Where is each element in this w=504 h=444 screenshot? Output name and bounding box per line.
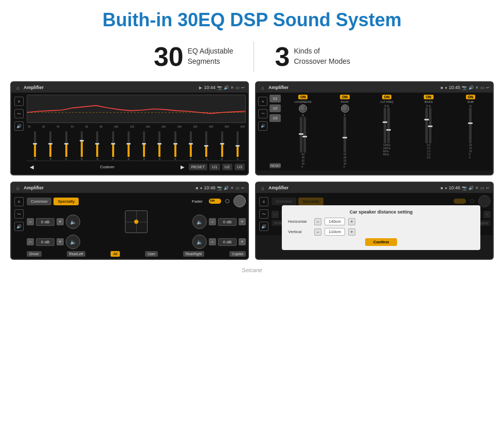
volume-icon: 🔊 bbox=[224, 85, 229, 90]
eq-sidebar-icon-2[interactable]: 〜 bbox=[14, 109, 24, 118]
fader-sidebar-icon-1[interactable]: ≡ bbox=[14, 197, 24, 206]
eq-slider-13[interactable]: 0 bbox=[214, 131, 229, 161]
tab-common[interactable]: Common bbox=[27, 198, 51, 205]
back-icon: ↩ bbox=[241, 85, 245, 90]
preset-u3-button[interactable]: U3 bbox=[269, 114, 281, 122]
cx-band-on-sub[interactable]: ON bbox=[466, 95, 476, 99]
speaker-br-minus-btn[interactable]: − bbox=[209, 238, 216, 245]
fader-toggle[interactable]: ON bbox=[209, 199, 221, 204]
speaker-crosshair[interactable] bbox=[125, 210, 148, 233]
eq-slider-14[interactable]: -1 bbox=[230, 131, 245, 161]
distance-content: Common Specialty − 0 dB + bbox=[272, 195, 491, 233]
preset-u2-button[interactable]: U2 bbox=[269, 104, 281, 112]
distance-sidebar-icon-3[interactable]: 🔊 bbox=[259, 222, 268, 231]
u2-button[interactable]: U2 bbox=[222, 164, 232, 170]
cx-band-on-phat[interactable]: ON bbox=[340, 95, 350, 99]
speaker-dot bbox=[134, 220, 138, 224]
eq-slider-2[interactable]: 0 bbox=[43, 131, 58, 161]
page-title: Buith-in 30EQ DSP Sound System bbox=[0, 0, 504, 36]
eq-slider-3[interactable]: 0 bbox=[59, 131, 74, 161]
stat-crossover-number: 3 bbox=[275, 41, 290, 72]
cx-band-on-bass[interactable]: ON bbox=[424, 95, 434, 99]
eq-slider-9[interactable]: 0 bbox=[152, 131, 167, 161]
u1-button[interactable]: U1 bbox=[209, 164, 220, 170]
confirm-button[interactable]: Confirm bbox=[365, 238, 398, 246]
home-icon-2[interactable]: ⌂ bbox=[259, 84, 266, 91]
eq-slider-6[interactable]: 0 bbox=[105, 131, 120, 161]
speaker-tr-plus-btn[interactable]: + bbox=[239, 218, 246, 225]
speaker-tl-minus-btn[interactable]: − bbox=[27, 218, 34, 225]
cx-sidebar-icon-1[interactable]: ≡ bbox=[258, 97, 267, 106]
horizontal-minus-btn[interactable]: − bbox=[314, 218, 321, 225]
eq-slider-1[interactable]: 0 bbox=[28, 131, 42, 161]
screen1-status-bar: ⌂ Amplifier ▶ 10:44 📷 🔊 ✕ ▭ ↩ bbox=[11, 82, 248, 93]
speaker-tl-plus: + bbox=[57, 218, 64, 225]
fader-tabs: Common Specialty Fader ON bbox=[27, 195, 246, 207]
driver-button[interactable]: Driver bbox=[27, 251, 42, 257]
home-icon-3[interactable]: ⌂ bbox=[14, 184, 22, 191]
distance-avatar bbox=[478, 195, 491, 207]
eq-slider-11[interactable]: 0 bbox=[184, 131, 198, 161]
prev-button[interactable]: ◀ bbox=[28, 163, 36, 171]
eq-slider-7[interactable]: 0 bbox=[121, 131, 136, 161]
eq-slider-12[interactable]: -1 bbox=[199, 131, 213, 161]
all-button[interactable]: All bbox=[111, 251, 120, 257]
speaker-bl-plus: + bbox=[57, 238, 64, 245]
speaker-tr-minus-btn[interactable]: − bbox=[209, 218, 216, 225]
close-icon-3: ✕ bbox=[230, 186, 234, 190]
vertical-plus-btn[interactable]: + bbox=[348, 228, 355, 236]
cx-band-on-loudness[interactable]: ON bbox=[298, 95, 308, 99]
reset-button[interactable]: RESET bbox=[189, 164, 208, 170]
home-icon-4[interactable]: ⌂ bbox=[259, 184, 266, 191]
preset-u1-button[interactable]: U1 bbox=[269, 95, 281, 102]
eq-slider-8[interactable]: 0 bbox=[137, 131, 151, 161]
fader-sidebar: ≡ 〜 🔊 bbox=[13, 195, 25, 257]
speaker-bl-plus-btn[interactable]: + bbox=[57, 238, 64, 245]
fader-avatar bbox=[233, 195, 246, 207]
cx-band-sub: ON SUB G 20151050 bbox=[451, 95, 491, 168]
horizontal-plus-btn[interactable]: + bbox=[348, 218, 355, 225]
camera-icon-2: 📷 bbox=[462, 85, 467, 90]
eq-slider-5[interactable]: 0 bbox=[90, 131, 104, 161]
tab-specialty[interactable]: Specialty bbox=[53, 198, 78, 205]
cx-knob-loudness[interactable] bbox=[299, 104, 307, 113]
fader-sidebar-icon-2[interactable]: 〜 bbox=[14, 209, 24, 219]
eq-sidebar-icon-1[interactable]: ≡ bbox=[14, 97, 24, 106]
distance-screen-body: ≡ 〜 🔊 Common Specialty bbox=[256, 193, 493, 235]
cx-reset-button[interactable]: RESET bbox=[269, 163, 281, 168]
rear-right-button[interactable]: RearRight bbox=[183, 251, 205, 257]
cx-band-on-cutfreq[interactable]: ON bbox=[382, 95, 392, 99]
screen3-time: 10:46 bbox=[204, 185, 215, 190]
speaker-tr-minus: − bbox=[209, 218, 216, 225]
screenshots-grid: ⌂ Amplifier ▶ 10:44 📷 🔊 ✕ ▭ ↩ ≡ 〜 🔊 bbox=[0, 81, 504, 265]
distance-sidebar-icon-1[interactable]: ≡ bbox=[259, 197, 268, 206]
volume-icon-4: 🔊 bbox=[469, 186, 474, 190]
rear-left-button[interactable]: RearLeft bbox=[67, 251, 86, 257]
speaker-br-plus-btn[interactable]: + bbox=[239, 238, 246, 245]
vertical-minus-btn[interactable]: − bbox=[314, 228, 321, 236]
cx-sidebar-icon-2[interactable]: 〜 bbox=[258, 109, 267, 118]
speaker-tl-plus-btn[interactable]: + bbox=[57, 218, 64, 225]
screen1-app-name: Amplifier bbox=[24, 85, 197, 90]
home-icon[interactable]: ⌂ bbox=[14, 84, 22, 91]
cx-knob-phat[interactable] bbox=[341, 104, 349, 113]
eq-screen-body: ≡ 〜 🔊 25 32 40 50 bbox=[11, 93, 248, 174]
u3-button[interactable]: U3 bbox=[235, 164, 245, 170]
eq-slider-10[interactable]: 0 bbox=[168, 131, 183, 161]
fader-sidebar-icon-3[interactable]: 🔊 bbox=[14, 222, 24, 231]
user-button[interactable]: User bbox=[145, 251, 158, 257]
next-button[interactable]: ▶ bbox=[178, 163, 187, 171]
horizontal-value: 140cm bbox=[325, 218, 345, 225]
eq-sliders-row: 0 0 0 5 bbox=[27, 130, 246, 161]
distance-sidebar-icon-2[interactable]: 〜 bbox=[259, 209, 268, 219]
minimize-icon: ▭ bbox=[236, 85, 240, 90]
cx-sidebar-icon-3[interactable]: 🔊 bbox=[258, 121, 267, 131]
eq-sidebar-icon-3[interactable]: 🔊 bbox=[14, 121, 24, 131]
record-icon-2: ■ bbox=[441, 85, 443, 90]
distance-toggle bbox=[454, 199, 466, 204]
minimize-icon-4: ▭ bbox=[480, 186, 484, 190]
speaker-bl-minus-btn[interactable]: − bbox=[27, 238, 34, 245]
speaker-br-minus: − bbox=[209, 238, 216, 245]
eq-slider-4[interactable]: 5 bbox=[75, 131, 89, 161]
copilot-button[interactable]: Copilot bbox=[229, 251, 246, 257]
